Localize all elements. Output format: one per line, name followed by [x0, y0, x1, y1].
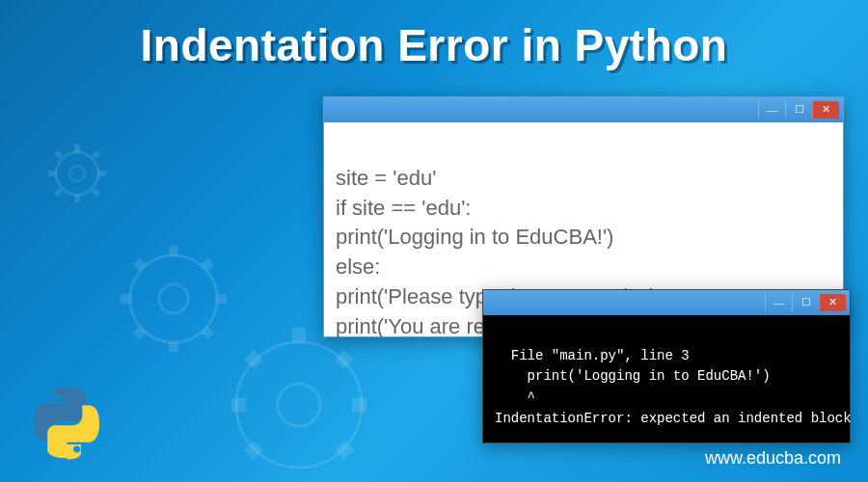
terminal-line: print('Logging in to EduCBA!') [495, 368, 771, 384]
maximize-button[interactable]: ☐ [785, 101, 812, 119]
minimize-button[interactable]: — [758, 101, 785, 119]
minimize-button[interactable]: — [765, 294, 792, 311]
svg-point-10 [130, 255, 217, 342]
python-logo-icon [29, 386, 104, 461]
close-button[interactable]: ✕ [819, 294, 846, 311]
svg-point-11 [159, 284, 188, 313]
svg-point-21 [278, 384, 320, 426]
close-button[interactable]: ✕ [812, 101, 839, 119]
terminal-body: File "main.py", line 3 print('Logging in… [483, 315, 850, 442]
svg-point-0 [56, 152, 98, 195]
svg-line-18 [136, 330, 143, 336]
svg-line-7 [94, 190, 98, 195]
terminal-line: ^ [495, 389, 535, 405]
svg-line-26 [339, 445, 349, 455]
terminal-line: File "main.py", line 3 [495, 348, 690, 363]
svg-line-17 [204, 330, 211, 336]
svg-point-20 [236, 342, 362, 468]
terminal-line: IndentationError: expected an indented b… [495, 411, 852, 426]
svg-line-19 [204, 261, 211, 268]
terminal-window: — ☐ ✕ File "main.py", line 3 print('Logg… [482, 289, 851, 443]
maximize-button[interactable]: ☐ [792, 294, 819, 311]
svg-line-16 [136, 261, 143, 268]
code-line: else: [336, 254, 380, 279]
page-title: Indentation Error in Python [0, 19, 868, 71]
site-url: www.educba.com [705, 448, 841, 469]
editor-titlebar: — ☐ ✕ [324, 97, 843, 122]
svg-line-8 [56, 190, 61, 195]
code-line: site = 'edu' [336, 166, 436, 190]
svg-line-27 [249, 445, 258, 455]
terminal-titlebar: — ☐ ✕ [483, 290, 850, 315]
svg-line-9 [94, 152, 98, 157]
code-line: print('Logging in to EduCBA!') [336, 225, 613, 249]
svg-line-6 [56, 152, 61, 157]
svg-point-1 [69, 166, 85, 181]
code-line: if site == 'edu': [336, 196, 472, 220]
svg-line-25 [249, 355, 258, 364]
